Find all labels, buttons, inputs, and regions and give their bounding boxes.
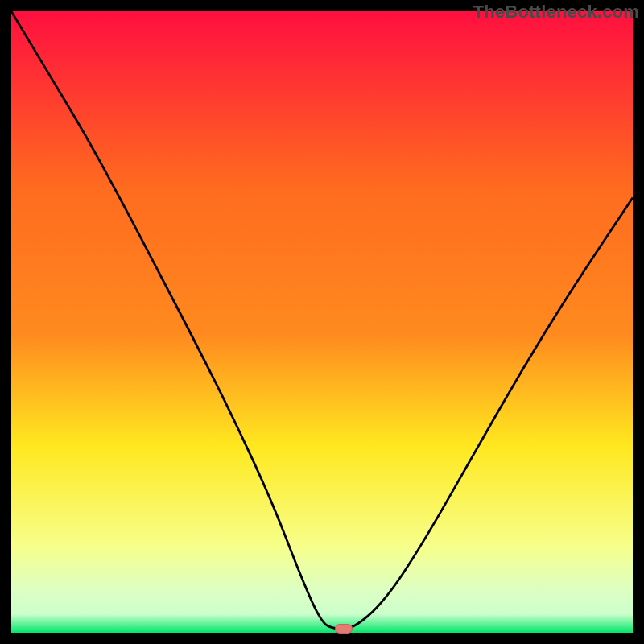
optimal-point-marker bbox=[335, 624, 353, 634]
watermark-text: TheBottleneck.com bbox=[473, 2, 639, 23]
chart-plot-area bbox=[11, 11, 633, 633]
bottleneck-curve bbox=[11, 11, 633, 633]
